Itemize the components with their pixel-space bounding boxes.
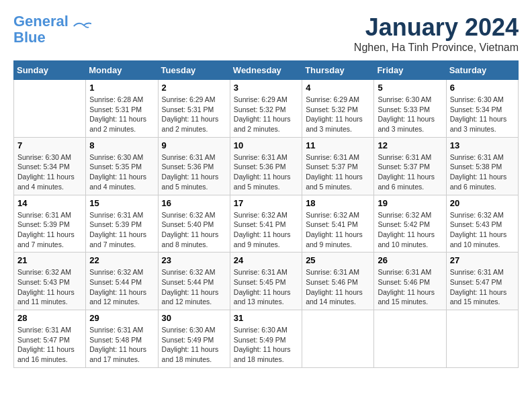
day-number: 31 — [234, 313, 298, 323]
day-info: Sunrise: 6:31 AMSunset: 5:48 PMDaylight:… — [89, 325, 154, 365]
day-info: Sunrise: 6:32 AMSunset: 5:41 PMDaylight:… — [306, 210, 370, 250]
calendar-cell: 29Sunrise: 6:31 AMSunset: 5:48 PMDayligh… — [86, 310, 158, 368]
calendar-cell: 3Sunrise: 6:29 AMSunset: 5:32 PMDaylight… — [230, 80, 302, 138]
calendar-cell: 22Sunrise: 6:32 AMSunset: 5:44 PMDayligh… — [86, 253, 158, 310]
calendar-cell: 27Sunrise: 6:31 AMSunset: 5:47 PMDayligh… — [446, 253, 518, 310]
day-number: 10 — [234, 140, 298, 150]
day-number: 24 — [234, 255, 298, 265]
header-row: SundayMondayTuesdayWednesdayThursdayFrid… — [14, 61, 519, 80]
day-number: 30 — [162, 313, 226, 323]
day-number: 5 — [378, 83, 442, 93]
day-number: 4 — [306, 83, 370, 93]
day-number: 13 — [450, 140, 515, 150]
day-info: Sunrise: 6:31 AMSunset: 5:45 PMDaylight:… — [234, 267, 298, 307]
calendar-cell: 1Sunrise: 6:28 AMSunset: 5:31 PMDaylight… — [86, 80, 158, 138]
week-row-5: 28Sunrise: 6:31 AMSunset: 5:47 PMDayligh… — [14, 310, 519, 368]
calendar-cell: 13Sunrise: 6:31 AMSunset: 5:38 PMDayligh… — [446, 137, 518, 195]
header-day-friday: Friday — [374, 61, 446, 80]
day-number: 23 — [162, 255, 226, 265]
day-number: 19 — [378, 198, 442, 208]
header-day-saturday: Saturday — [446, 61, 518, 80]
day-info: Sunrise: 6:32 AMSunset: 5:44 PMDaylight:… — [162, 267, 226, 307]
week-row-2: 7Sunrise: 6:30 AMSunset: 5:34 PMDaylight… — [14, 137, 519, 195]
location-text: Nghen, Ha Tinh Province, Vietnam — [354, 42, 519, 54]
day-info: Sunrise: 6:31 AMSunset: 5:39 PMDaylight:… — [89, 210, 154, 250]
calendar-cell: 30Sunrise: 6:30 AMSunset: 5:49 PMDayligh… — [158, 310, 230, 368]
calendar-cell: 23Sunrise: 6:32 AMSunset: 5:44 PMDayligh… — [158, 253, 230, 310]
day-info: Sunrise: 6:30 AMSunset: 5:49 PMDaylight:… — [162, 325, 226, 365]
day-info: Sunrise: 6:31 AMSunset: 5:36 PMDaylight:… — [162, 152, 226, 192]
day-number: 3 — [234, 83, 298, 93]
calendar-cell: 8Sunrise: 6:30 AMSunset: 5:35 PMDaylight… — [86, 137, 158, 195]
day-info: Sunrise: 6:32 AMSunset: 5:42 PMDaylight:… — [378, 210, 442, 250]
calendar-cell: 18Sunrise: 6:32 AMSunset: 5:41 PMDayligh… — [302, 195, 374, 253]
day-info: Sunrise: 6:32 AMSunset: 5:40 PMDaylight:… — [162, 210, 226, 250]
day-number: 12 — [378, 140, 442, 150]
logo-text: General Blue — [13, 13, 69, 46]
day-info: Sunrise: 6:30 AMSunset: 5:35 PMDaylight:… — [89, 152, 154, 192]
month-title: January 2024 — [354, 13, 519, 42]
calendar-cell: 24Sunrise: 6:31 AMSunset: 5:45 PMDayligh… — [230, 253, 302, 310]
day-number: 17 — [234, 198, 298, 208]
day-number: 7 — [17, 140, 82, 150]
header-day-wednesday: Wednesday — [230, 61, 302, 80]
calendar-cell — [302, 310, 374, 368]
calendar-cell: 25Sunrise: 6:31 AMSunset: 5:46 PMDayligh… — [302, 253, 374, 310]
day-number: 22 — [89, 255, 154, 265]
day-number: 6 — [450, 83, 515, 93]
day-info: Sunrise: 6:29 AMSunset: 5:32 PMDaylight:… — [306, 95, 370, 134]
calendar-cell: 4Sunrise: 6:29 AMSunset: 5:32 PMDaylight… — [302, 80, 374, 138]
calendar-cell — [374, 310, 446, 368]
day-info: Sunrise: 6:31 AMSunset: 5:47 PMDaylight:… — [17, 325, 82, 365]
calendar-cell: 9Sunrise: 6:31 AMSunset: 5:36 PMDaylight… — [158, 137, 230, 195]
calendar-cell: 20Sunrise: 6:32 AMSunset: 5:43 PMDayligh… — [446, 195, 518, 253]
calendar-cell: 12Sunrise: 6:31 AMSunset: 5:37 PMDayligh… — [374, 137, 446, 195]
week-row-1: 1Sunrise: 6:28 AMSunset: 5:31 PMDaylight… — [14, 80, 519, 138]
day-number: 18 — [306, 198, 370, 208]
day-number: 9 — [162, 140, 226, 150]
title-section: January 2024 Nghen, Ha Tinh Province, Vi… — [354, 13, 519, 54]
header-day-monday: Monday — [86, 61, 158, 80]
day-info: Sunrise: 6:31 AMSunset: 5:39 PMDaylight:… — [17, 210, 82, 250]
day-info: Sunrise: 6:29 AMSunset: 5:32 PMDaylight:… — [234, 95, 298, 134]
day-info: Sunrise: 6:28 AMSunset: 5:31 PMDaylight:… — [89, 95, 154, 134]
calendar-cell: 19Sunrise: 6:32 AMSunset: 5:42 PMDayligh… — [374, 195, 446, 253]
day-info: Sunrise: 6:32 AMSunset: 5:44 PMDaylight:… — [89, 267, 154, 307]
calendar-cell: 11Sunrise: 6:31 AMSunset: 5:37 PMDayligh… — [302, 137, 374, 195]
day-info: Sunrise: 6:32 AMSunset: 5:43 PMDaylight:… — [17, 267, 82, 307]
day-info: Sunrise: 6:30 AMSunset: 5:34 PMDaylight:… — [450, 95, 515, 134]
header-day-tuesday: Tuesday — [158, 61, 230, 80]
calendar-cell: 26Sunrise: 6:31 AMSunset: 5:46 PMDayligh… — [374, 253, 446, 310]
day-info: Sunrise: 6:30 AMSunset: 5:49 PMDaylight:… — [234, 325, 298, 365]
calendar-cell: 10Sunrise: 6:31 AMSunset: 5:36 PMDayligh… — [230, 137, 302, 195]
day-number: 20 — [450, 198, 515, 208]
calendar-cell: 21Sunrise: 6:32 AMSunset: 5:43 PMDayligh… — [14, 253, 86, 310]
day-number: 29 — [89, 313, 154, 323]
calendar-cell: 16Sunrise: 6:32 AMSunset: 5:40 PMDayligh… — [158, 195, 230, 253]
day-info: Sunrise: 6:32 AMSunset: 5:41 PMDaylight:… — [234, 210, 298, 250]
calendar-cell — [446, 310, 518, 368]
day-info: Sunrise: 6:31 AMSunset: 5:46 PMDaylight:… — [378, 267, 442, 307]
day-info: Sunrise: 6:31 AMSunset: 5:37 PMDaylight:… — [378, 152, 442, 192]
day-number: 21 — [17, 255, 82, 265]
day-info: Sunrise: 6:31 AMSunset: 5:47 PMDaylight:… — [450, 267, 515, 307]
day-info: Sunrise: 6:29 AMSunset: 5:31 PMDaylight:… — [162, 95, 226, 134]
calendar-cell: 17Sunrise: 6:32 AMSunset: 5:41 PMDayligh… — [230, 195, 302, 253]
day-info: Sunrise: 6:31 AMSunset: 5:37 PMDaylight:… — [306, 152, 370, 192]
calendar-cell: 5Sunrise: 6:30 AMSunset: 5:33 PMDaylight… — [374, 80, 446, 138]
week-row-4: 21Sunrise: 6:32 AMSunset: 5:43 PMDayligh… — [14, 253, 519, 310]
week-row-3: 14Sunrise: 6:31 AMSunset: 5:39 PMDayligh… — [14, 195, 519, 253]
calendar-table: SundayMondayTuesdayWednesdayThursdayFrid… — [13, 60, 519, 368]
calendar-cell: 31Sunrise: 6:30 AMSunset: 5:49 PMDayligh… — [230, 310, 302, 368]
logo-bird-icon — [71, 20, 91, 32]
day-info: Sunrise: 6:31 AMSunset: 5:36 PMDaylight:… — [234, 152, 298, 192]
day-info: Sunrise: 6:30 AMSunset: 5:33 PMDaylight:… — [378, 95, 442, 134]
day-number: 8 — [89, 140, 154, 150]
calendar-cell: 2Sunrise: 6:29 AMSunset: 5:31 PMDaylight… — [158, 80, 230, 138]
calendar-cell — [14, 80, 86, 138]
day-number: 16 — [162, 198, 226, 208]
day-number: 27 — [450, 255, 515, 265]
day-number: 1 — [89, 83, 154, 93]
day-number: 2 — [162, 83, 226, 93]
day-number: 15 — [89, 198, 154, 208]
